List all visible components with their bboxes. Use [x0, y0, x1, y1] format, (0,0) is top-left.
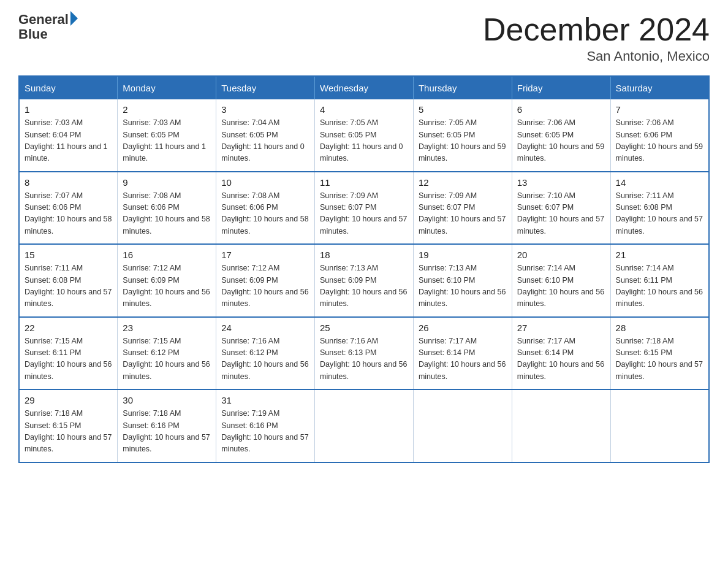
day-info: Sunrise: 7:03 AM Sunset: 6:04 PM Dayligh…: [25, 117, 112, 165]
day-info: Sunrise: 7:19 AM Sunset: 6:16 PM Dayligh…: [221, 408, 309, 456]
day-info: Sunrise: 7:18 AM Sunset: 6:15 PM Dayligh…: [616, 335, 703, 383]
day-number: 2: [123, 104, 211, 115]
calendar-title: December 2024: [483, 12, 710, 47]
day-number: 14: [616, 177, 703, 188]
day-info: Sunrise: 7:14 AM Sunset: 6:10 PM Dayligh…: [517, 262, 605, 310]
day-info: Sunrise: 7:17 AM Sunset: 6:14 PM Dayligh…: [419, 335, 507, 383]
calendar-cell: 7 Sunrise: 7:06 AM Sunset: 6:06 PM Dayli…: [610, 99, 709, 172]
header-tuesday: Tuesday: [216, 76, 315, 99]
day-info: Sunrise: 7:13 AM Sunset: 6:09 PM Dayligh…: [320, 262, 408, 310]
calendar-cell: 22 Sunrise: 7:15 AM Sunset: 6:11 PM Dayl…: [19, 317, 118, 390]
day-number: 29: [25, 395, 112, 405]
day-number: 5: [419, 104, 507, 115]
day-number: 9: [123, 177, 211, 188]
calendar-cell: 21 Sunrise: 7:14 AM Sunset: 6:11 PM Dayl…: [610, 244, 709, 317]
calendar-cell: 29 Sunrise: 7:18 AM Sunset: 6:15 PM Dayl…: [19, 389, 118, 462]
day-info: Sunrise: 7:08 AM Sunset: 6:06 PM Dayligh…: [221, 190, 309, 238]
calendar-subtitle: San Antonio, Mexico: [483, 48, 710, 64]
day-info: Sunrise: 7:14 AM Sunset: 6:11 PM Dayligh…: [616, 262, 703, 310]
day-number: 15: [25, 250, 112, 260]
calendar-cell: 19 Sunrise: 7:13 AM Sunset: 6:10 PM Dayl…: [413, 244, 512, 317]
day-info: Sunrise: 7:09 AM Sunset: 6:07 PM Dayligh…: [419, 190, 507, 238]
day-number: 4: [320, 104, 408, 115]
day-number: 23: [123, 323, 211, 333]
day-info: Sunrise: 7:04 AM Sunset: 6:05 PM Dayligh…: [221, 117, 309, 165]
calendar-cell: 2 Sunrise: 7:03 AM Sunset: 6:05 PM Dayli…: [118, 99, 216, 172]
day-info: Sunrise: 7:10 AM Sunset: 6:07 PM Dayligh…: [517, 190, 605, 238]
calendar-cell: 30 Sunrise: 7:18 AM Sunset: 6:16 PM Dayl…: [118, 389, 216, 462]
calendar-cell: 27 Sunrise: 7:17 AM Sunset: 6:14 PM Dayl…: [512, 317, 610, 390]
calendar-week-5: 29 Sunrise: 7:18 AM Sunset: 6:15 PM Dayl…: [19, 389, 709, 462]
calendar-week-1: 1 Sunrise: 7:03 AM Sunset: 6:04 PM Dayli…: [19, 99, 709, 172]
calendar-cell: [610, 389, 709, 462]
day-number: 18: [320, 250, 408, 260]
day-info: Sunrise: 7:11 AM Sunset: 6:08 PM Dayligh…: [25, 262, 112, 310]
calendar-table: Sunday Monday Tuesday Wednesday Thursday…: [18, 75, 710, 463]
day-number: 22: [25, 323, 112, 333]
day-info: Sunrise: 7:05 AM Sunset: 6:05 PM Dayligh…: [320, 117, 408, 165]
calendar-cell: [512, 389, 610, 462]
day-number: 12: [419, 177, 507, 188]
calendar-cell: [413, 389, 512, 462]
day-info: Sunrise: 7:08 AM Sunset: 6:06 PM Dayligh…: [123, 190, 211, 238]
page-header: General Blue December 2024 San Antonio, …: [18, 12, 710, 64]
day-info: Sunrise: 7:16 AM Sunset: 6:13 PM Dayligh…: [320, 335, 408, 383]
calendar-cell: 11 Sunrise: 7:09 AM Sunset: 6:07 PM Dayl…: [315, 172, 414, 245]
calendar-cell: [315, 389, 414, 462]
logo-triangle-icon: [70, 11, 78, 26]
calendar-cell: 6 Sunrise: 7:06 AM Sunset: 6:05 PM Dayli…: [512, 99, 610, 172]
calendar-cell: 28 Sunrise: 7:18 AM Sunset: 6:15 PM Dayl…: [610, 317, 709, 390]
header-thursday: Thursday: [413, 76, 512, 99]
calendar-cell: 26 Sunrise: 7:17 AM Sunset: 6:14 PM Dayl…: [413, 317, 512, 390]
day-info: Sunrise: 7:09 AM Sunset: 6:07 PM Dayligh…: [320, 190, 408, 238]
day-info: Sunrise: 7:12 AM Sunset: 6:09 PM Dayligh…: [123, 262, 211, 310]
header-friday: Friday: [512, 76, 610, 99]
calendar-cell: 24 Sunrise: 7:16 AM Sunset: 6:12 PM Dayl…: [216, 317, 315, 390]
calendar-week-3: 15 Sunrise: 7:11 AM Sunset: 6:08 PM Dayl…: [19, 244, 709, 317]
header-wednesday: Wednesday: [315, 76, 414, 99]
logo-text-blue: Blue: [18, 26, 48, 42]
calendar-cell: 25 Sunrise: 7:16 AM Sunset: 6:13 PM Dayl…: [315, 317, 414, 390]
day-info: Sunrise: 7:16 AM Sunset: 6:12 PM Dayligh…: [221, 335, 309, 383]
day-number: 11: [320, 177, 408, 188]
day-number: 8: [25, 177, 112, 188]
logo-text-general: General: [18, 12, 69, 27]
day-number: 17: [221, 250, 309, 260]
calendar-cell: 9 Sunrise: 7:08 AM Sunset: 6:06 PM Dayli…: [118, 172, 216, 245]
calendar-cell: 31 Sunrise: 7:19 AM Sunset: 6:16 PM Dayl…: [216, 389, 315, 462]
day-number: 10: [221, 177, 309, 188]
day-info: Sunrise: 7:17 AM Sunset: 6:14 PM Dayligh…: [517, 335, 605, 383]
header-monday: Monday: [118, 76, 216, 99]
header-saturday: Saturday: [610, 76, 709, 99]
day-info: Sunrise: 7:18 AM Sunset: 6:16 PM Dayligh…: [123, 408, 211, 456]
day-number: 20: [517, 250, 605, 260]
day-info: Sunrise: 7:07 AM Sunset: 6:06 PM Dayligh…: [25, 190, 112, 238]
calendar-cell: 1 Sunrise: 7:03 AM Sunset: 6:04 PM Dayli…: [19, 99, 118, 172]
day-number: 31: [221, 395, 309, 405]
day-number: 16: [123, 250, 211, 260]
day-number: 24: [221, 323, 309, 333]
calendar-cell: 15 Sunrise: 7:11 AM Sunset: 6:08 PM Dayl…: [19, 244, 118, 317]
calendar-cell: 4 Sunrise: 7:05 AM Sunset: 6:05 PM Dayli…: [315, 99, 414, 172]
calendar-cell: 10 Sunrise: 7:08 AM Sunset: 6:06 PM Dayl…: [216, 172, 315, 245]
calendar-week-4: 22 Sunrise: 7:15 AM Sunset: 6:11 PM Dayl…: [19, 317, 709, 390]
day-number: 3: [221, 104, 309, 115]
calendar-header-row: Sunday Monday Tuesday Wednesday Thursday…: [19, 76, 709, 99]
day-number: 1: [25, 104, 112, 115]
calendar-cell: 13 Sunrise: 7:10 AM Sunset: 6:07 PM Dayl…: [512, 172, 610, 245]
day-number: 28: [616, 323, 703, 333]
day-number: 19: [419, 250, 507, 260]
calendar-cell: 3 Sunrise: 7:04 AM Sunset: 6:05 PM Dayli…: [216, 99, 315, 172]
day-number: 6: [517, 104, 605, 115]
day-info: Sunrise: 7:15 AM Sunset: 6:11 PM Dayligh…: [25, 335, 112, 383]
day-info: Sunrise: 7:03 AM Sunset: 6:05 PM Dayligh…: [123, 117, 211, 165]
calendar-cell: 16 Sunrise: 7:12 AM Sunset: 6:09 PM Dayl…: [118, 244, 216, 317]
day-info: Sunrise: 7:15 AM Sunset: 6:12 PM Dayligh…: [123, 335, 211, 383]
day-info: Sunrise: 7:18 AM Sunset: 6:15 PM Dayligh…: [25, 408, 112, 456]
day-number: 21: [616, 250, 703, 260]
day-info: Sunrise: 7:12 AM Sunset: 6:09 PM Dayligh…: [221, 262, 309, 310]
calendar-cell: 20 Sunrise: 7:14 AM Sunset: 6:10 PM Dayl…: [512, 244, 610, 317]
logo: General Blue: [18, 12, 78, 42]
calendar-cell: 18 Sunrise: 7:13 AM Sunset: 6:09 PM Dayl…: [315, 244, 414, 317]
header-sunday: Sunday: [19, 76, 118, 99]
